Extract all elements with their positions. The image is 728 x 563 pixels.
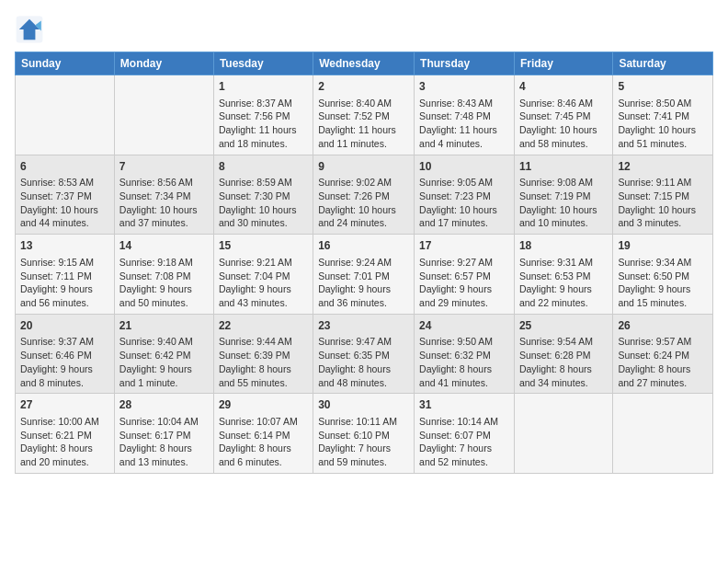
day-number: 29 [219, 397, 308, 413]
day-details: Sunrise: 9:15 AM Sunset: 7:11 PM Dayligh… [20, 256, 109, 310]
day-details: Sunrise: 9:47 AM Sunset: 6:35 PM Dayligh… [318, 335, 409, 389]
calendar-cell: 13Sunrise: 9:15 AM Sunset: 7:11 PM Dayli… [16, 235, 115, 315]
calendar-cell: 15Sunrise: 9:21 AM Sunset: 7:04 PM Dayli… [213, 235, 313, 315]
calendar-cell: 20Sunrise: 9:37 AM Sunset: 6:46 PM Dayli… [16, 314, 115, 394]
day-number: 14 [119, 238, 209, 254]
calendar-cell: 27Sunrise: 10:00 AM Sunset: 6:21 PM Dayl… [16, 394, 115, 474]
day-details: Sunrise: 10:11 AM Sunset: 6:10 PM Daylig… [318, 415, 409, 469]
day-number: 4 [519, 79, 608, 95]
calendar-cell: 18Sunrise: 9:31 AM Sunset: 6:53 PM Dayli… [514, 235, 612, 315]
calendar-week-row: 20Sunrise: 9:37 AM Sunset: 6:46 PM Dayli… [16, 314, 713, 394]
day-number: 13 [20, 238, 109, 254]
day-number: 17 [419, 238, 509, 254]
day-number: 23 [318, 318, 409, 334]
day-number: 6 [20, 159, 109, 175]
day-details: Sunrise: 9:08 AM Sunset: 7:19 PM Dayligh… [519, 176, 608, 230]
calendar-cell: 21Sunrise: 9:40 AM Sunset: 6:42 PM Dayli… [114, 314, 213, 394]
day-details: Sunrise: 9:18 AM Sunset: 7:08 PM Dayligh… [119, 256, 209, 310]
day-details: Sunrise: 8:43 AM Sunset: 7:48 PM Dayligh… [419, 97, 509, 151]
calendar-cell [114, 75, 213, 155]
day-number: 19 [618, 238, 708, 254]
day-details: Sunrise: 9:21 AM Sunset: 7:04 PM Dayligh… [219, 256, 308, 310]
calendar-week-row: 1Sunrise: 8:37 AM Sunset: 7:56 PM Daylig… [16, 75, 713, 155]
day-details: Sunrise: 9:34 AM Sunset: 6:50 PM Dayligh… [618, 256, 708, 310]
day-details: Sunrise: 8:59 AM Sunset: 7:30 PM Dayligh… [219, 176, 308, 230]
calendar-cell: 30Sunrise: 10:11 AM Sunset: 6:10 PM Dayl… [313, 394, 415, 474]
day-number: 28 [119, 397, 209, 413]
calendar-cell [613, 394, 713, 474]
calendar-cell: 16Sunrise: 9:24 AM Sunset: 7:01 PM Dayli… [313, 235, 415, 315]
day-details: Sunrise: 10:00 AM Sunset: 6:21 PM Daylig… [20, 415, 109, 469]
day-number: 20 [20, 318, 109, 334]
calendar-cell: 12Sunrise: 9:11 AM Sunset: 7:15 PM Dayli… [613, 155, 713, 235]
calendar-cell: 17Sunrise: 9:27 AM Sunset: 6:57 PM Dayli… [415, 235, 515, 315]
day-number: 30 [318, 397, 409, 413]
header-tuesday: Tuesday [213, 52, 313, 75]
calendar-cell: 31Sunrise: 10:14 AM Sunset: 6:07 PM Dayl… [415, 394, 515, 474]
day-details: Sunrise: 8:53 AM Sunset: 7:37 PM Dayligh… [20, 176, 109, 230]
day-number: 18 [519, 238, 608, 254]
calendar-cell: 25Sunrise: 9:54 AM Sunset: 6:28 PM Dayli… [514, 314, 612, 394]
day-number: 25 [519, 318, 608, 334]
day-details: Sunrise: 9:24 AM Sunset: 7:01 PM Dayligh… [318, 256, 409, 310]
calendar-table: SundayMondayTuesdayWednesdayThursdayFrid… [15, 52, 713, 474]
day-details: Sunrise: 9:02 AM Sunset: 7:26 PM Dayligh… [318, 176, 409, 230]
day-details: Sunrise: 10:04 AM Sunset: 6:17 PM Daylig… [119, 415, 209, 469]
day-details: Sunrise: 9:50 AM Sunset: 6:32 PM Dayligh… [419, 335, 509, 389]
day-details: Sunrise: 8:46 AM Sunset: 7:45 PM Dayligh… [519, 97, 608, 151]
header-saturday: Saturday [613, 52, 713, 75]
calendar-cell [16, 75, 115, 155]
day-details: Sunrise: 9:31 AM Sunset: 6:53 PM Dayligh… [519, 256, 608, 310]
day-details: Sunrise: 9:37 AM Sunset: 6:46 PM Dayligh… [20, 335, 109, 389]
day-number: 5 [618, 79, 708, 95]
day-number: 26 [618, 318, 708, 334]
calendar-cell: 29Sunrise: 10:07 AM Sunset: 6:14 PM Dayl… [213, 394, 313, 474]
calendar-cell: 10Sunrise: 9:05 AM Sunset: 7:23 PM Dayli… [415, 155, 515, 235]
calendar-cell: 11Sunrise: 9:08 AM Sunset: 7:19 PM Dayli… [514, 155, 612, 235]
day-number: 7 [119, 159, 209, 175]
header-sunday: Sunday [16, 52, 115, 75]
day-number: 22 [219, 318, 308, 334]
day-number: 3 [419, 79, 509, 95]
calendar-cell: 1Sunrise: 8:37 AM Sunset: 7:56 PM Daylig… [213, 75, 313, 155]
day-details: Sunrise: 10:07 AM Sunset: 6:14 PM Daylig… [219, 415, 308, 469]
calendar-cell: 23Sunrise: 9:47 AM Sunset: 6:35 PM Dayli… [313, 314, 415, 394]
day-details: Sunrise: 8:56 AM Sunset: 7:34 PM Dayligh… [119, 176, 209, 230]
day-number: 27 [20, 397, 109, 413]
header-wednesday: Wednesday [313, 52, 415, 75]
day-details: Sunrise: 9:57 AM Sunset: 6:24 PM Dayligh… [618, 335, 708, 389]
header-friday: Friday [514, 52, 612, 75]
day-number: 15 [219, 238, 308, 254]
header-monday: Monday [114, 52, 213, 75]
calendar-cell: 4Sunrise: 8:46 AM Sunset: 7:45 PM Daylig… [514, 75, 612, 155]
day-number: 1 [219, 79, 308, 95]
calendar-cell: 9Sunrise: 9:02 AM Sunset: 7:26 PM Daylig… [313, 155, 415, 235]
calendar-cell: 28Sunrise: 10:04 AM Sunset: 6:17 PM Dayl… [114, 394, 213, 474]
day-details: Sunrise: 9:27 AM Sunset: 6:57 PM Dayligh… [419, 256, 509, 310]
day-details: Sunrise: 8:40 AM Sunset: 7:52 PM Dayligh… [318, 97, 409, 151]
calendar-week-row: 27Sunrise: 10:00 AM Sunset: 6:21 PM Dayl… [16, 394, 713, 474]
day-details: Sunrise: 8:37 AM Sunset: 7:56 PM Dayligh… [219, 97, 308, 151]
day-number: 12 [618, 159, 708, 175]
calendar-cell: 8Sunrise: 8:59 AM Sunset: 7:30 PM Daylig… [213, 155, 313, 235]
calendar-cell: 6Sunrise: 8:53 AM Sunset: 7:37 PM Daylig… [16, 155, 115, 235]
day-number: 8 [219, 159, 308, 175]
day-details: Sunrise: 9:05 AM Sunset: 7:23 PM Dayligh… [419, 176, 509, 230]
day-number: 10 [419, 159, 509, 175]
day-number: 9 [318, 159, 409, 175]
day-details: Sunrise: 9:54 AM Sunset: 6:28 PM Dayligh… [519, 335, 608, 389]
day-details: Sunrise: 9:44 AM Sunset: 6:39 PM Dayligh… [219, 335, 308, 389]
calendar-week-row: 13Sunrise: 9:15 AM Sunset: 7:11 PM Dayli… [16, 235, 713, 315]
calendar-cell: 19Sunrise: 9:34 AM Sunset: 6:50 PM Dayli… [613, 235, 713, 315]
page-header [15, 15, 713, 44]
calendar-cell: 3Sunrise: 8:43 AM Sunset: 7:48 PM Daylig… [415, 75, 515, 155]
calendar-cell: 7Sunrise: 8:56 AM Sunset: 7:34 PM Daylig… [114, 155, 213, 235]
calendar-header-row: SundayMondayTuesdayWednesdayThursdayFrid… [16, 52, 713, 75]
calendar-cell: 5Sunrise: 8:50 AM Sunset: 7:41 PM Daylig… [613, 75, 713, 155]
day-number: 21 [119, 318, 209, 334]
calendar-week-row: 6Sunrise: 8:53 AM Sunset: 7:37 PM Daylig… [16, 155, 713, 235]
day-number: 31 [419, 397, 509, 413]
calendar-cell: 24Sunrise: 9:50 AM Sunset: 6:32 PM Dayli… [415, 314, 515, 394]
day-number: 24 [419, 318, 509, 334]
calendar-cell: 14Sunrise: 9:18 AM Sunset: 7:08 PM Dayli… [114, 235, 213, 315]
